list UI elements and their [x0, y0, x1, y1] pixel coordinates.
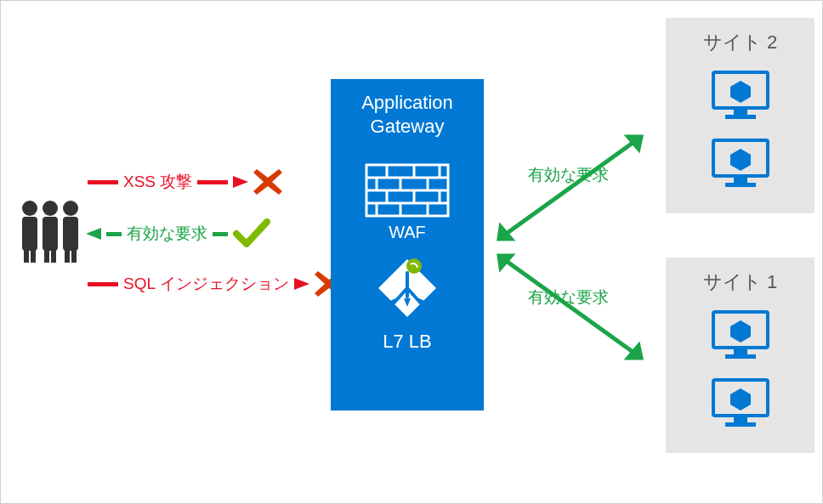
- svg-rect-1: [22, 217, 37, 251]
- svg-point-0: [22, 201, 37, 216]
- svg-rect-9: [63, 217, 78, 251]
- diagram-canvas: XSS 攻撃 有効な要求 SQL インジェクション Application Ga…: [0, 0, 823, 504]
- line-segment: [106, 232, 122, 236]
- svg-rect-56: [734, 417, 747, 422]
- svg-rect-53: [734, 349, 747, 354]
- svg-rect-3: [31, 247, 36, 263]
- svg-rect-50: [734, 178, 747, 183]
- svg-marker-12: [233, 176, 248, 188]
- svg-point-39: [406, 258, 422, 274]
- svg-rect-57: [725, 422, 756, 427]
- svg-rect-6: [44, 247, 49, 263]
- gateway-title-line1: Application: [361, 92, 453, 113]
- svg-rect-48: [725, 115, 756, 119]
- svg-rect-11: [71, 247, 77, 263]
- gateway-title: Application Gateway: [361, 91, 453, 138]
- svg-point-4: [43, 201, 58, 216]
- checkmark-icon: [233, 218, 270, 249]
- line-segment: [197, 180, 228, 184]
- waf-label: WAF: [389, 223, 426, 242]
- line-segment: [88, 180, 118, 184]
- arrow-right-red-icon: [233, 174, 248, 190]
- routing-arrows: [484, 111, 662, 392]
- users: [18, 196, 82, 264]
- site-1-vm-1: [710, 309, 771, 360]
- site-2-vm-2: [710, 137, 771, 188]
- svg-rect-47: [734, 110, 747, 115]
- svg-marker-14: [294, 278, 309, 290]
- site-2-vm-1: [710, 69, 771, 120]
- request-xss-attack: XSS 攻撃: [88, 167, 282, 196]
- svg-point-8: [63, 201, 78, 216]
- site-2-panel: サイト 2: [666, 18, 814, 213]
- svg-rect-2: [24, 247, 29, 263]
- svg-rect-51: [725, 183, 756, 187]
- valid-request-to-site2-label: 有効な要求: [528, 164, 609, 186]
- load-balancer-icon: [373, 254, 441, 322]
- l7lb-label: L7 LB: [383, 331, 432, 353]
- site-2-title: サイト 2: [703, 30, 777, 55]
- site-1-title: サイト 1: [703, 269, 777, 295]
- valid-response-label: 有効な要求: [127, 223, 207, 245]
- site-1-panel: サイト 1: [666, 258, 814, 453]
- valid-request-to-site1-label: 有効な要求: [528, 286, 609, 309]
- arrow-left-green-icon: [86, 226, 101, 241]
- site-1-vm-2: [710, 377, 771, 428]
- arrow-right-red-icon: [294, 276, 309, 292]
- svg-line-40: [499, 137, 641, 239]
- monitor-vm-icon: [710, 137, 771, 188]
- svg-rect-5: [43, 217, 58, 251]
- firewall-icon: [365, 163, 450, 218]
- request-sql-injection: SQL インジェクション: [88, 269, 343, 298]
- svg-rect-10: [65, 247, 70, 263]
- svg-marker-13: [86, 228, 101, 240]
- xss-attack-label: XSS 攻撃: [123, 171, 192, 193]
- application-gateway-box: Application Gateway: [331, 79, 484, 411]
- monitor-vm-icon: [710, 69, 771, 120]
- svg-rect-54: [725, 354, 756, 359]
- svg-rect-7: [51, 247, 56, 263]
- x-block-icon: [253, 167, 282, 196]
- people-icon: [18, 196, 82, 264]
- line-segment: [213, 232, 228, 236]
- response-valid: 有効な要求: [86, 218, 270, 249]
- monitor-vm-icon: [710, 309, 771, 360]
- gateway-title-line2: Gateway: [371, 116, 445, 137]
- sql-injection-label: SQL インジェクション: [123, 273, 289, 295]
- line-segment: [88, 282, 118, 286]
- monitor-vm-icon: [710, 377, 771, 428]
